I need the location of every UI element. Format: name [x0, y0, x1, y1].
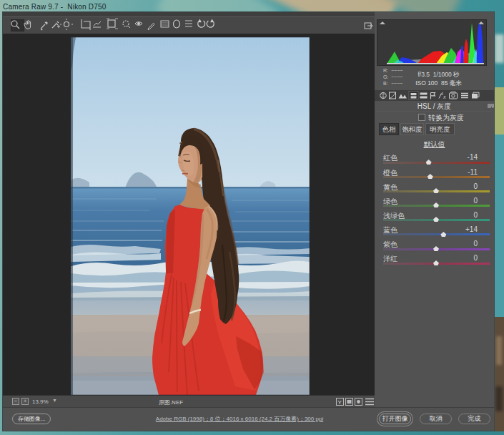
svg-text:Y: Y	[338, 399, 342, 406]
svg-text:x: x	[443, 94, 446, 100]
